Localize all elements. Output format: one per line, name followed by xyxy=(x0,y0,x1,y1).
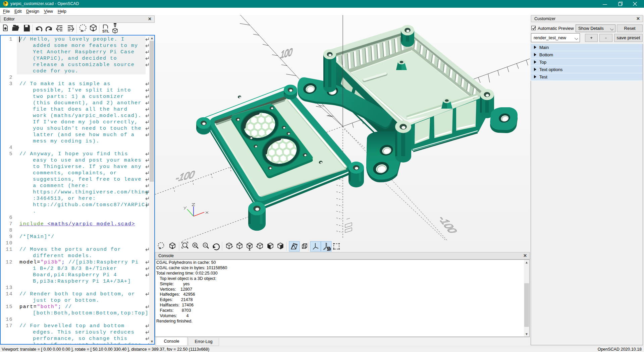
svg-text:STL: STL xyxy=(102,29,109,33)
svg-text:»: » xyxy=(159,245,161,250)
svg-text:10: 10 xyxy=(327,247,331,251)
svg-text:»: » xyxy=(80,28,83,33)
